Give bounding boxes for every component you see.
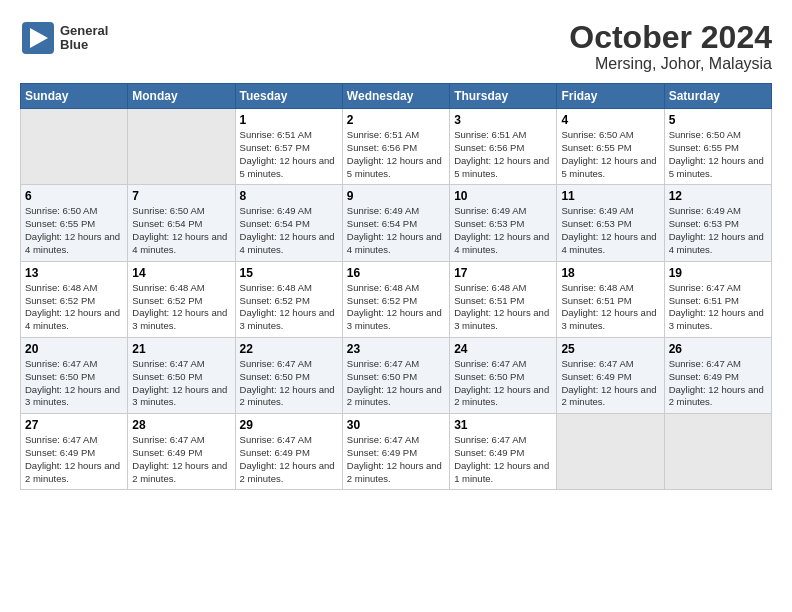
day-info: Sunrise: 6:48 AM Sunset: 6:52 PM Dayligh… (25, 282, 123, 333)
header-monday: Monday (128, 84, 235, 109)
day-number: 31 (454, 418, 552, 432)
day-info: Sunrise: 6:47 AM Sunset: 6:50 PM Dayligh… (347, 358, 445, 409)
day-info: Sunrise: 6:47 AM Sunset: 6:49 PM Dayligh… (669, 358, 767, 409)
calendar-subtitle: Mersing, Johor, Malaysia (569, 55, 772, 73)
day-cell: 8Sunrise: 6:49 AM Sunset: 6:54 PM Daylig… (235, 185, 342, 261)
day-number: 26 (669, 342, 767, 356)
day-number: 11 (561, 189, 659, 203)
day-info: Sunrise: 6:47 AM Sunset: 6:50 PM Dayligh… (132, 358, 230, 409)
day-info: Sunrise: 6:51 AM Sunset: 6:56 PM Dayligh… (454, 129, 552, 180)
day-cell: 20Sunrise: 6:47 AM Sunset: 6:50 PM Dayli… (21, 337, 128, 413)
week-row-1: 1Sunrise: 6:51 AM Sunset: 6:57 PM Daylig… (21, 109, 772, 185)
day-info: Sunrise: 6:48 AM Sunset: 6:52 PM Dayligh… (240, 282, 338, 333)
day-cell: 1Sunrise: 6:51 AM Sunset: 6:57 PM Daylig… (235, 109, 342, 185)
header-sunday: Sunday (21, 84, 128, 109)
day-number: 9 (347, 189, 445, 203)
day-info: Sunrise: 6:49 AM Sunset: 6:53 PM Dayligh… (454, 205, 552, 256)
header-saturday: Saturday (664, 84, 771, 109)
day-number: 18 (561, 266, 659, 280)
day-cell: 17Sunrise: 6:48 AM Sunset: 6:51 PM Dayli… (450, 261, 557, 337)
day-cell: 12Sunrise: 6:49 AM Sunset: 6:53 PM Dayli… (664, 185, 771, 261)
day-cell (664, 414, 771, 490)
day-number: 8 (240, 189, 338, 203)
day-info: Sunrise: 6:47 AM Sunset: 6:49 PM Dayligh… (25, 434, 123, 485)
day-number: 23 (347, 342, 445, 356)
day-number: 1 (240, 113, 338, 127)
day-number: 10 (454, 189, 552, 203)
day-number: 16 (347, 266, 445, 280)
day-info: Sunrise: 6:48 AM Sunset: 6:51 PM Dayligh… (454, 282, 552, 333)
day-cell: 9Sunrise: 6:49 AM Sunset: 6:54 PM Daylig… (342, 185, 449, 261)
day-number: 5 (669, 113, 767, 127)
week-row-5: 27Sunrise: 6:47 AM Sunset: 6:49 PM Dayli… (21, 414, 772, 490)
day-info: Sunrise: 6:51 AM Sunset: 6:57 PM Dayligh… (240, 129, 338, 180)
day-number: 6 (25, 189, 123, 203)
calendar-title: October 2024 (569, 20, 772, 55)
day-cell: 7Sunrise: 6:50 AM Sunset: 6:54 PM Daylig… (128, 185, 235, 261)
day-number: 7 (132, 189, 230, 203)
day-cell: 10Sunrise: 6:49 AM Sunset: 6:53 PM Dayli… (450, 185, 557, 261)
day-cell: 3Sunrise: 6:51 AM Sunset: 6:56 PM Daylig… (450, 109, 557, 185)
day-cell: 16Sunrise: 6:48 AM Sunset: 6:52 PM Dayli… (342, 261, 449, 337)
day-info: Sunrise: 6:47 AM Sunset: 6:49 PM Dayligh… (240, 434, 338, 485)
day-cell: 4Sunrise: 6:50 AM Sunset: 6:55 PM Daylig… (557, 109, 664, 185)
day-cell: 24Sunrise: 6:47 AM Sunset: 6:50 PM Dayli… (450, 337, 557, 413)
day-info: Sunrise: 6:50 AM Sunset: 6:55 PM Dayligh… (669, 129, 767, 180)
page-header: General Blue October 2024 Mersing, Johor… (20, 20, 772, 73)
day-number: 29 (240, 418, 338, 432)
day-info: Sunrise: 6:47 AM Sunset: 6:49 PM Dayligh… (132, 434, 230, 485)
day-number: 20 (25, 342, 123, 356)
day-number: 17 (454, 266, 552, 280)
day-cell: 25Sunrise: 6:47 AM Sunset: 6:49 PM Dayli… (557, 337, 664, 413)
day-cell (21, 109, 128, 185)
day-number: 2 (347, 113, 445, 127)
day-cell: 6Sunrise: 6:50 AM Sunset: 6:55 PM Daylig… (21, 185, 128, 261)
header-wednesday: Wednesday (342, 84, 449, 109)
day-number: 22 (240, 342, 338, 356)
header-thursday: Thursday (450, 84, 557, 109)
day-number: 24 (454, 342, 552, 356)
day-info: Sunrise: 6:51 AM Sunset: 6:56 PM Dayligh… (347, 129, 445, 180)
day-cell: 27Sunrise: 6:47 AM Sunset: 6:49 PM Dayli… (21, 414, 128, 490)
logo-icon (20, 20, 56, 56)
day-cell: 29Sunrise: 6:47 AM Sunset: 6:49 PM Dayli… (235, 414, 342, 490)
day-number: 4 (561, 113, 659, 127)
day-info: Sunrise: 6:48 AM Sunset: 6:52 PM Dayligh… (347, 282, 445, 333)
day-number: 28 (132, 418, 230, 432)
day-info: Sunrise: 6:49 AM Sunset: 6:53 PM Dayligh… (561, 205, 659, 256)
day-cell: 18Sunrise: 6:48 AM Sunset: 6:51 PM Dayli… (557, 261, 664, 337)
day-cell (557, 414, 664, 490)
day-cell (128, 109, 235, 185)
day-number: 27 (25, 418, 123, 432)
day-cell: 5Sunrise: 6:50 AM Sunset: 6:55 PM Daylig… (664, 109, 771, 185)
day-info: Sunrise: 6:48 AM Sunset: 6:52 PM Dayligh… (132, 282, 230, 333)
day-number: 3 (454, 113, 552, 127)
day-cell: 13Sunrise: 6:48 AM Sunset: 6:52 PM Dayli… (21, 261, 128, 337)
day-info: Sunrise: 6:47 AM Sunset: 6:50 PM Dayligh… (454, 358, 552, 409)
day-number: 14 (132, 266, 230, 280)
header-tuesday: Tuesday (235, 84, 342, 109)
day-info: Sunrise: 6:50 AM Sunset: 6:55 PM Dayligh… (25, 205, 123, 256)
title-area: October 2024 Mersing, Johor, Malaysia (569, 20, 772, 73)
day-cell: 21Sunrise: 6:47 AM Sunset: 6:50 PM Dayli… (128, 337, 235, 413)
logo-line1: General (60, 24, 108, 38)
week-row-4: 20Sunrise: 6:47 AM Sunset: 6:50 PM Dayli… (21, 337, 772, 413)
day-cell: 22Sunrise: 6:47 AM Sunset: 6:50 PM Dayli… (235, 337, 342, 413)
logo-text: General Blue (60, 24, 108, 53)
header-friday: Friday (557, 84, 664, 109)
week-row-3: 13Sunrise: 6:48 AM Sunset: 6:52 PM Dayli… (21, 261, 772, 337)
day-info: Sunrise: 6:50 AM Sunset: 6:54 PM Dayligh… (132, 205, 230, 256)
day-cell: 30Sunrise: 6:47 AM Sunset: 6:49 PM Dayli… (342, 414, 449, 490)
day-cell: 15Sunrise: 6:48 AM Sunset: 6:52 PM Dayli… (235, 261, 342, 337)
day-number: 30 (347, 418, 445, 432)
day-info: Sunrise: 6:47 AM Sunset: 6:49 PM Dayligh… (347, 434, 445, 485)
day-number: 13 (25, 266, 123, 280)
logo: General Blue (20, 20, 108, 56)
day-number: 25 (561, 342, 659, 356)
calendar-header-row: SundayMondayTuesdayWednesdayThursdayFrid… (21, 84, 772, 109)
day-info: Sunrise: 6:47 AM Sunset: 6:50 PM Dayligh… (240, 358, 338, 409)
day-cell: 19Sunrise: 6:47 AM Sunset: 6:51 PM Dayli… (664, 261, 771, 337)
day-info: Sunrise: 6:50 AM Sunset: 6:55 PM Dayligh… (561, 129, 659, 180)
day-cell: 31Sunrise: 6:47 AM Sunset: 6:49 PM Dayli… (450, 414, 557, 490)
day-cell: 28Sunrise: 6:47 AM Sunset: 6:49 PM Dayli… (128, 414, 235, 490)
